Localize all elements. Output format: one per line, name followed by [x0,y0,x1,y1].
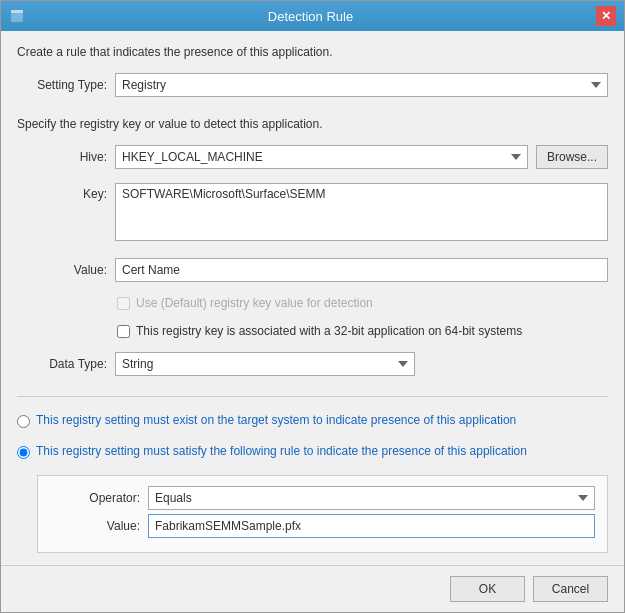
radio2-row: This registry setting must satisfy the f… [17,444,608,459]
cancel-button[interactable]: Cancel [533,576,608,602]
rule-detail-section: Operator: Equals Not Equals Greater Than… [37,475,608,553]
svg-rect-1 [11,10,23,13]
checkbox-default-label: Use (Default) registry key value for det… [136,296,373,310]
ok-button[interactable]: OK [450,576,525,602]
rule-value-label: Value: [50,519,140,533]
rule-value-row: Value: [50,514,595,538]
radio1-label: This registry setting must exist on the … [36,413,516,427]
dialog-icon [9,8,25,24]
dialog-footer: OK Cancel [1,565,624,612]
hive-label: Hive: [17,150,107,164]
setting-type-row: Setting Type: Registry File System Windo… [17,73,608,97]
key-row: Key: SOFTWARE\Microsoft\Surface\SEMM [17,183,608,244]
key-textarea-wrap: SOFTWARE\Microsoft\Surface\SEMM [115,183,608,244]
separator [17,396,608,397]
checkbox-default[interactable] [117,297,130,310]
checkbox-32bit-label: This registry key is associated with a 3… [136,324,522,338]
value-label: Value: [17,263,107,277]
hive-wrap: HKEY_LOCAL_MACHINE HKEY_CURRENT_USER HKE… [115,145,528,169]
data-type-wrap: String Integer Version [115,352,415,376]
rule-value-wrap [148,514,595,538]
radio-exist[interactable] [17,415,30,428]
value-row: Value: [17,258,608,282]
operator-wrap: Equals Not Equals Greater Than Less Than… [148,486,595,510]
checkbox-default-row: Use (Default) registry key value for det… [117,296,608,310]
registry-section-label: Specify the registry key or value to det… [17,117,608,131]
radio2-label: This registry setting must satisfy the f… [36,444,527,458]
data-type-label: Data Type: [17,357,107,371]
dialog-title: Detection Rule [25,9,596,24]
checkbox-32bit-row: This registry key is associated with a 3… [117,324,608,338]
browse-button[interactable]: Browse... [536,145,608,169]
key-textarea[interactable]: SOFTWARE\Microsoft\Surface\SEMM [115,183,608,241]
radio-satisfy[interactable] [17,446,30,459]
close-button[interactable]: ✕ [596,6,616,26]
setting-type-wrap: Registry File System Windows Installer S… [115,73,608,97]
setting-type-label: Setting Type: [17,78,107,92]
operator-row: Operator: Equals Not Equals Greater Than… [50,486,595,510]
hive-row: Hive: HKEY_LOCAL_MACHINE HKEY_CURRENT_US… [17,145,608,169]
value-wrap [115,258,608,282]
setting-type-select[interactable]: Registry File System Windows Installer S… [115,73,608,97]
checkbox-32bit[interactable] [117,325,130,338]
radio1-row: This registry setting must exist on the … [17,413,608,428]
operator-select[interactable]: Equals Not Equals Greater Than Less Than… [148,486,595,510]
rule-value-input[interactable] [148,514,595,538]
data-type-row: Data Type: String Integer Version [17,352,608,376]
hive-select[interactable]: HKEY_LOCAL_MACHINE HKEY_CURRENT_USER HKE… [115,145,528,169]
dialog-body: Create a rule that indicates the presenc… [1,31,624,565]
data-type-select[interactable]: String Integer Version [115,352,415,376]
titlebar: Detection Rule ✕ [1,1,624,31]
operator-label: Operator: [50,491,140,505]
detection-rule-dialog: Detection Rule ✕ Create a rule that indi… [0,0,625,613]
key-label: Key: [17,187,107,201]
intro-text: Create a rule that indicates the presenc… [17,45,608,59]
value-input[interactable] [115,258,608,282]
